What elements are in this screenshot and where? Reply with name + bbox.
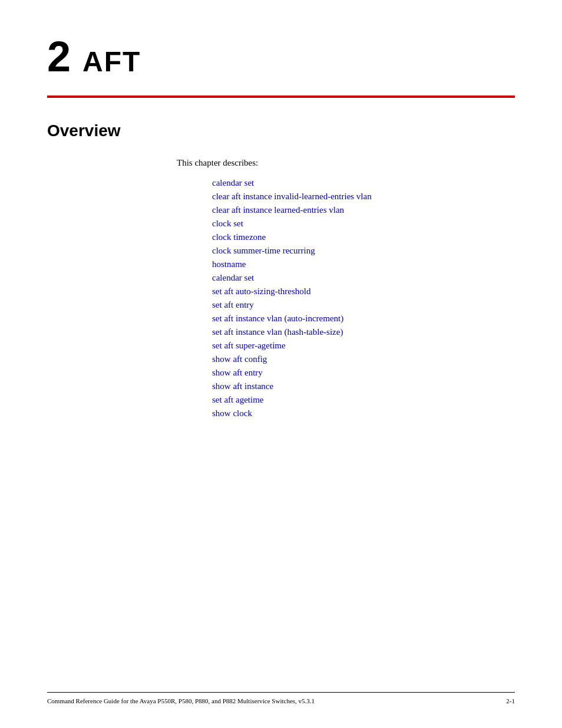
doc-link-set-aft-entry[interactable]: set aft entry <box>212 299 515 311</box>
chapter-description: This chapter describes: <box>177 158 515 168</box>
footer-page: 2-1 <box>506 697 515 704</box>
page: 2 AFT Overview This chapter describes: c… <box>0 0 562 728</box>
chapter-title: AFT <box>82 45 141 78</box>
doc-link-clear-aft-invalid[interactable]: clear aft instance invalid-learned-entri… <box>212 191 515 202</box>
doc-link-set-aft-instance-auto[interactable]: set aft instance vlan (auto-increment) <box>212 313 515 324</box>
chapter-number: 2 <box>47 35 71 78</box>
doc-link-clock-set[interactable]: clock set <box>212 218 515 229</box>
page-footer: Command Reference Guide for the Avaya P5… <box>47 692 515 704</box>
doc-link-set-aft-auto-sizing[interactable]: set aft auto-sizing-threshold <box>212 286 515 297</box>
doc-link-hostname[interactable]: hostname <box>212 259 515 270</box>
doc-link-clock-summer-time[interactable]: clock summer-time recurring <box>212 245 515 256</box>
doc-link-clock-timezone[interactable]: clock timezone <box>212 232 515 243</box>
doc-link-calendar-set-1[interactable]: calendar set <box>212 177 515 189</box>
doc-link-show-clock[interactable]: show clock <box>212 408 515 419</box>
doc-link-show-aft-config[interactable]: show aft config <box>212 354 515 365</box>
doc-link-set-aft-super-agetime[interactable]: set aft super-agetime <box>212 340 515 351</box>
overview-heading: Overview <box>47 121 515 140</box>
chapter-header: 2 AFT <box>47 35 515 78</box>
red-divider <box>47 95 515 98</box>
doc-link-show-aft-entry[interactable]: show aft entry <box>212 367 515 378</box>
doc-link-set-aft-instance-hash[interactable]: set aft instance vlan (hash-table-size) <box>212 327 515 338</box>
links-list: calendar setclear aft instance invalid-l… <box>212 177 515 419</box>
doc-link-set-aft-agetime[interactable]: set aft agetime <box>212 394 515 406</box>
doc-link-show-aft-instance[interactable]: show aft instance <box>212 381 515 392</box>
doc-link-clear-aft-learned[interactable]: clear aft instance learned-entries vlan <box>212 205 515 216</box>
doc-link-calendar-set-2[interactable]: calendar set <box>212 272 515 284</box>
footer-left: Command Reference Guide for the Avaya P5… <box>47 697 315 704</box>
